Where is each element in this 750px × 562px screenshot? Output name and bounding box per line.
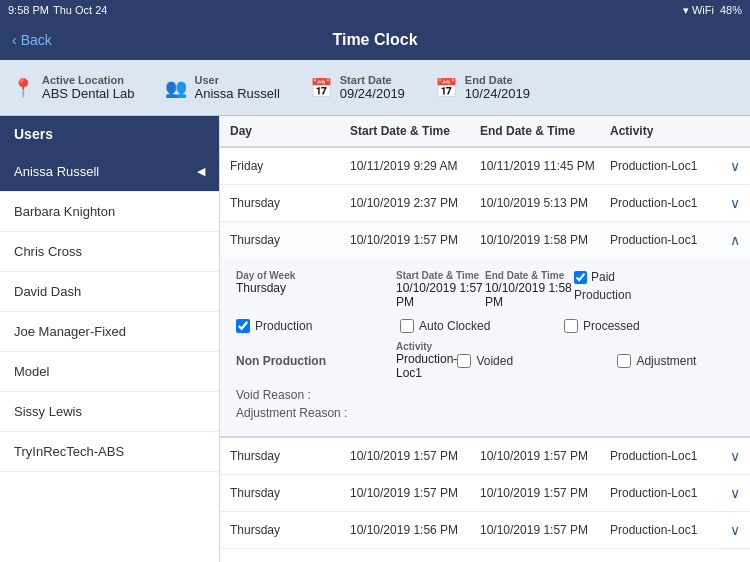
paid-box: Paid Production [574, 270, 734, 302]
voided-checkbox[interactable] [457, 354, 471, 368]
detail-start-label: Start Date & Time [396, 270, 485, 281]
col-start-datetime: Start Date & Time [350, 124, 480, 138]
row-activity-label: Production-Loc1 [610, 486, 697, 500]
activity-value: Production-Loc1 [396, 352, 457, 380]
adjustment-reason-row: Adjustment Reason : [236, 406, 734, 420]
table-row[interactable]: Thursday10/10/2019 1:56 PM10/10/2019 1:5… [220, 512, 750, 549]
start-date-value: 09/24/2019 [340, 86, 405, 101]
status-date: Thu Oct 24 [53, 4, 107, 16]
row-end-datetime: 10/10/2019 5:13 PM [480, 196, 610, 210]
detail-row-checkboxes: Production Auto Clocked Processed [236, 319, 734, 333]
user-label: User [195, 74, 280, 86]
detail-start-datetime: Start Date & Time 10/10/2019 1:57 PM [396, 270, 485, 309]
active-location-label: Active Location [42, 74, 135, 86]
start-date-label: Start Date [340, 74, 405, 86]
table-body: Friday10/11/2019 9:29 AM10/11/2019 11:45… [220, 148, 750, 549]
row-activity-label: Production-Loc1 [610, 523, 697, 537]
autoclocked-checkbox-label[interactable]: Auto Clocked [400, 319, 560, 333]
row-day: Thursday [230, 196, 350, 210]
row-expand-button[interactable]: ∨ [730, 158, 740, 174]
row-expand-button[interactable]: ∨ [730, 448, 740, 464]
table-row[interactable]: Thursday10/10/2019 2:37 PM10/10/2019 5:1… [220, 185, 750, 222]
user-icon: 👥 [165, 77, 187, 99]
row-activity-cell: Production-Loc1∨ [610, 485, 740, 501]
sidebar-item-sissy-lewis[interactable]: Sissy Lewis [0, 392, 219, 432]
table-row[interactable]: Thursday10/10/2019 1:57 PM10/10/2019 1:5… [220, 222, 750, 258]
end-date-label: End Date [465, 74, 530, 86]
row-activity-cell: Production-Loc1∨ [610, 522, 740, 538]
end-date-filter[interactable]: 📅 End Date 10/24/2019 [435, 74, 530, 101]
row-start-datetime: 10/10/2019 2:37 PM [350, 196, 480, 210]
table-header: Day Start Date & Time End Date & Time Ac… [220, 116, 750, 148]
row-expand-button[interactable]: ∨ [730, 522, 740, 538]
production-small-label: Production [574, 288, 631, 302]
filter-bar: 📍 Active Location ABS Dental Lab 👥 User … [0, 60, 750, 116]
sidebar: Users Anissa Russell◀Barbara KnightonChr… [0, 116, 220, 562]
production-checkbox-label[interactable]: Production [236, 319, 396, 333]
row-day: Thursday [230, 449, 350, 463]
sidebar-item-barbara-knighton[interactable]: Barbara Knighton [0, 192, 219, 232]
row-activity-cell: Production-Loc1∨ [610, 448, 740, 464]
row-activity-cell: Production-Loc1∧ [610, 232, 740, 248]
row-expand-button[interactable]: ∧ [730, 232, 740, 248]
sidebar-item-tryinrectech-abs[interactable]: TryInRecTech-ABS [0, 432, 219, 472]
row-activity-label: Production-Loc1 [610, 449, 697, 463]
row-day: Friday [230, 159, 350, 173]
adjustment-checkbox-label[interactable]: Adjustment [617, 354, 750, 368]
detail-end-label: End Date & Time [485, 270, 574, 281]
detail-row-dates: Day of Week Thursday Start Date & Time 1… [236, 270, 734, 309]
sidebar-item-joe-manager-fixed[interactable]: Joe Manager-Fixed [0, 312, 219, 352]
table-row[interactable]: Thursday10/10/2019 1:57 PM10/10/2019 1:5… [220, 438, 750, 475]
detail-row-nonproduction: Non Production Activity Production-Loc1 … [236, 341, 734, 380]
table-row[interactable]: Thursday10/10/2019 1:57 PM10/10/2019 1:5… [220, 475, 750, 512]
row-end-datetime: 10/10/2019 1:58 PM [480, 233, 610, 247]
row-day: Thursday [230, 486, 350, 500]
back-button[interactable]: ‹ Back [12, 32, 52, 48]
table-row[interactable]: Friday10/11/2019 9:29 AM10/11/2019 11:45… [220, 148, 750, 185]
sidebar-item-model[interactable]: Model [0, 352, 219, 392]
page-title: Time Clock [332, 31, 417, 49]
sidebar-item-label: David Dash [14, 284, 81, 299]
user-filter[interactable]: 👥 User Anissa Russell [165, 74, 280, 101]
activity-value-cell: Activity Production-Loc1 [396, 341, 457, 380]
row-expand-button[interactable]: ∨ [730, 195, 740, 211]
row-expand-button[interactable]: ∨ [730, 485, 740, 501]
user-value: Anissa Russell [195, 86, 280, 101]
sidebar-item-label: Chris Cross [14, 244, 82, 259]
row-day: Thursday [230, 233, 350, 247]
processed-checkbox[interactable] [564, 319, 578, 333]
start-date-filter[interactable]: 📅 Start Date 09/24/2019 [310, 74, 405, 101]
status-bar: 9:58 PM Thu Oct 24 ▾ WiFi 48% [0, 0, 750, 20]
processed-checkbox-label[interactable]: Processed [564, 319, 724, 333]
autoclocked-checkbox[interactable] [400, 319, 414, 333]
detail-panel: Day of Week Thursday Start Date & Time 1… [220, 258, 750, 438]
row-end-datetime: 10/11/2019 11:45 PM [480, 159, 610, 173]
sidebar-item-chris-cross[interactable]: Chris Cross [0, 232, 219, 272]
paid-checkbox[interactable] [574, 271, 587, 284]
production-checkbox[interactable] [236, 319, 250, 333]
sidebar-item-anissa-russell[interactable]: Anissa Russell◀ [0, 152, 219, 192]
sidebar-item-david-dash[interactable]: David Dash [0, 272, 219, 312]
row-start-datetime: 10/10/2019 1:57 PM [350, 233, 480, 247]
detail-end-datetime: End Date & Time 10/10/2019 1:58 PM [485, 270, 574, 309]
row-activity-label: Production-Loc1 [610, 196, 697, 210]
row-end-datetime: 10/10/2019 1:57 PM [480, 523, 610, 537]
active-location-filter[interactable]: 📍 Active Location ABS Dental Lab [12, 74, 135, 101]
sidebar-items: Anissa Russell◀Barbara KnightonChris Cro… [0, 152, 219, 472]
back-chevron-icon: ‹ [12, 32, 17, 48]
nav-bar: ‹ Back Time Clock [0, 20, 750, 60]
sidebar-item-label: Anissa Russell [14, 164, 99, 179]
main-layout: Users Anissa Russell◀Barbara KnightonChr… [0, 116, 750, 562]
paid-checkbox-label[interactable]: Paid [574, 270, 615, 284]
row-start-datetime: 10/10/2019 1:56 PM [350, 523, 480, 537]
col-end-datetime: End Date & Time [480, 124, 610, 138]
row-activity-label: Production-Loc1 [610, 233, 697, 247]
status-time: 9:58 PM [8, 4, 49, 16]
row-activity-cell: Production-Loc1∨ [610, 195, 740, 211]
sidebar-item-label: Sissy Lewis [14, 404, 82, 419]
voided-checkbox-label[interactable]: Voided [457, 354, 617, 368]
detail-day-of-week: Day of Week Thursday [236, 270, 396, 295]
back-label: Back [21, 32, 52, 48]
end-calendar-icon: 📅 [435, 77, 457, 99]
adjustment-checkbox[interactable] [617, 354, 631, 368]
